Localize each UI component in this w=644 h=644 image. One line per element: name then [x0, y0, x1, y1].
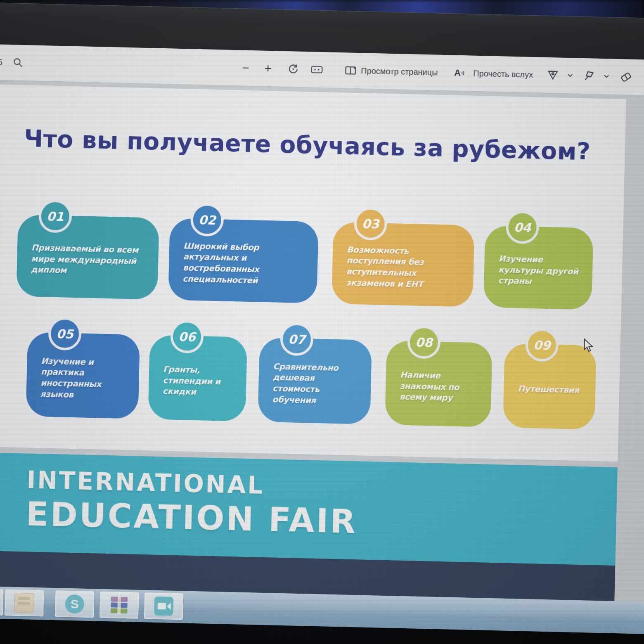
card-text: Признаваемый во всем мире международный … [17, 236, 159, 278]
taskbar-button-camera[interactable] [144, 592, 183, 620]
card-text: Гранты, стипендии и скидки [149, 358, 247, 398]
card-text: Путешествия [504, 377, 591, 396]
event-banner: INTERNATIONAL EDUCATION FAIR [0, 452, 618, 566]
card-number-badge: 05 [48, 317, 82, 351]
slide-title: Что вы получаете обучаясь за рубежом? [0, 84, 626, 166]
card-text: Изучение культуры другой страны [484, 247, 593, 289]
benefit-card-07: 07Сравнительно дешевая стоимость обучени… [258, 338, 372, 424]
page-view-label[interactable]: Просмотр страницы [361, 66, 438, 77]
taskbar-button-file-manager[interactable] [5, 589, 44, 616]
toolbar-separator [536, 69, 537, 81]
winrar-icon [109, 595, 129, 615]
pdf-content-area: Что вы получаете обучаясь за рубежом? 01… [0, 80, 644, 603]
rotate-icon[interactable] [287, 63, 299, 75]
highlighter-icon[interactable] [583, 70, 596, 83]
benefit-card-09: 09Путешествия [503, 343, 597, 430]
screen: 15 − + [0, 2, 644, 635]
card-number-badge: 03 [354, 207, 388, 241]
card-text: Изучение и практика иностранных языков [26, 349, 140, 402]
read-aloud-label[interactable]: Прочесть вслух [473, 69, 533, 79]
card-number-badge: 04 [506, 211, 540, 244]
toolbar-separator [444, 66, 445, 79]
card-text: Наличие знакомых по всему миру [385, 363, 492, 405]
card-text: Широкий выбор актуальных и востребованны… [168, 234, 318, 287]
read-aloud-icon[interactable]: A [454, 68, 465, 79]
zoom-in-button[interactable]: + [264, 62, 272, 75]
draw-pen-icon[interactable] [547, 69, 559, 82]
benefit-card-03: 03Возможность поступления без вступитель… [331, 222, 475, 307]
taskbar-button-skype[interactable]: S [55, 590, 94, 618]
pdf-page-slide: Что вы получаете обучаясь за рубежом? 01… [0, 84, 626, 462]
card-text: Возможность поступления без вступительны… [332, 238, 474, 291]
card-number-badge: 09 [525, 328, 559, 362]
card-number-badge: 01 [38, 199, 72, 233]
eraser-icon[interactable] [619, 71, 633, 83]
card-number-badge: 08 [407, 325, 441, 359]
mouse-cursor [583, 339, 595, 354]
chevron-down-icon[interactable] [604, 74, 609, 78]
benefits-row-2: 05Изучение и практика иностранных языков… [0, 315, 621, 430]
toolbar-separator [334, 64, 335, 76]
skype-icon: S [65, 594, 84, 614]
card-text: Сравнительно дешевая стоимость обучения [258, 355, 372, 407]
search-icon[interactable] [12, 57, 24, 68]
card-number-badge: 02 [190, 203, 224, 237]
benefit-card-08: 08Наличие знакомых по всему миру [385, 341, 492, 427]
benefit-card-02: 02Широкий выбор актуальных и востребован… [168, 218, 319, 303]
photo-frame: 15 − + [0, 0, 644, 644]
camera-icon [154, 597, 173, 616]
page-view-icon[interactable] [344, 65, 357, 76]
page-indicator[interactable]: 15 [0, 57, 2, 67]
card-number-badge: 07 [280, 322, 314, 356]
benefits-row-1: 01Признаваемый во всем мире международны… [0, 197, 623, 310]
taskbar-button-chrome[interactable] [0, 588, 4, 616]
benefit-card-04: 04Изучение культуры другой страны [483, 225, 594, 310]
pdf-page-banner: INTERNATIONAL EDUCATION FAIR [0, 452, 618, 601]
chevron-down-icon[interactable] [567, 73, 573, 78]
card-number-badge: 06 [170, 320, 204, 354]
fit-to-width-icon[interactable] [310, 64, 323, 75]
benefit-card-06: 06Гранты, стипендии и скидки [148, 335, 247, 421]
taskbar-button-winrar[interactable] [99, 592, 139, 619]
zoom-out-button[interactable]: − [242, 62, 249, 74]
benefit-card-01: 01Признаваемый во всем мире международны… [16, 215, 159, 300]
benefit-card-05: 05Изучение и практика иностранных языков [26, 332, 140, 419]
file-manager-icon [14, 593, 34, 613]
